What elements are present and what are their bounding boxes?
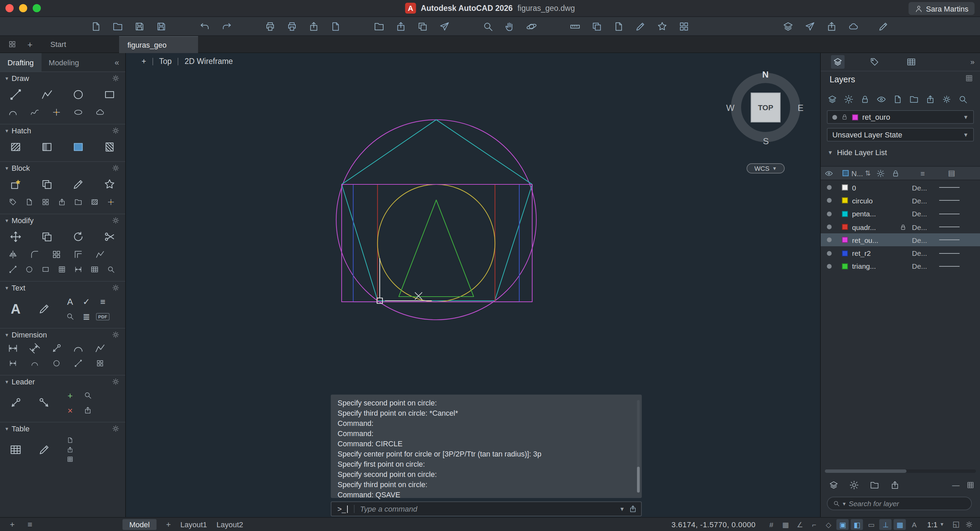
layer-row[interactable]: ret_r2 De... [821,246,980,260]
wcs-dropdown[interactable]: WCS ▼ [746,163,785,173]
scale-tool-icon[interactable] [23,263,35,275]
jogged-dimension-tool-icon[interactable] [72,357,84,369]
align-leader-tool-icon[interactable] [82,389,94,401]
collapse-palette-button[interactable]: « [108,53,125,72]
copy-clip-icon[interactable] [590,19,604,33]
markup-assist-icon[interactable] [877,19,890,33]
visual-style-button[interactable]: 2D Wireframe [179,57,239,65]
square[interactable] [377,184,495,302]
single-text-tool-icon[interactable]: A [64,295,76,307]
hatch-tool-icon[interactable] [7,138,24,156]
plot-icon[interactable] [263,19,277,33]
more-palettes-icon[interactable]: » [970,58,975,66]
isolate-layer-icon[interactable] [924,94,936,105]
current-layer-dropdown[interactable]: ret_ouro ▼ [827,110,974,124]
tab-modeling[interactable]: Modeling [41,53,86,72]
gradient-tool-icon[interactable] [38,138,56,156]
layer-name[interactable]: triang... [852,262,894,270]
layer-states-icon[interactable] [891,94,903,105]
block-export-tool-icon[interactable] [56,196,68,208]
text-columns-tool-icon[interactable]: ≣ [80,310,92,323]
open-layer-manager-icon[interactable] [869,479,881,491]
layer-match-icon[interactable] [957,94,969,105]
pan-icon[interactable] [503,19,517,33]
ortho-toggle-icon[interactable]: ⌐ [808,519,821,530]
recent-commands-icon[interactable]: ▼ [615,506,629,512]
layer-color-swatch[interactable] [842,237,848,243]
grid-toggle-icon[interactable]: # [765,519,778,530]
layer-name[interactable]: ret_r2 [852,249,894,257]
rotate-tool-icon[interactable] [69,228,87,246]
paste-icon[interactable] [612,19,625,33]
pentagon[interactable] [342,120,532,301]
dock-panel-icon[interactable] [965,74,973,82]
gear-icon[interactable] [111,284,120,292]
table-cell-tool-icon[interactable] [64,455,76,463]
polyline-tool-icon[interactable] [38,86,56,103]
offset-tool-icon[interactable] [72,248,84,261]
annotation-visibility-toggle-icon[interactable]: A [908,519,920,530]
new-tab-icon[interactable]: + [24,39,35,50]
dynamic-input-toggle-icon[interactable]: ⊥ [880,519,892,530]
command-scrollbar[interactable] [637,400,640,493]
chevron-down-icon[interactable]: ▾ [5,75,8,81]
compass-south[interactable]: S [763,136,769,146]
tab-overview-icon[interactable] [7,39,18,50]
circle-tool-icon[interactable] [69,86,87,103]
viewport-menu-button[interactable]: + [135,57,152,65]
blocks-palette-tab-icon[interactable] [904,55,918,69]
save-as-icon[interactable] [154,19,168,33]
linetype-preview[interactable] [939,266,959,267]
fillet-tool-icon[interactable] [29,248,41,261]
multileader-tool-icon[interactable] [7,394,24,412]
undo-icon[interactable] [198,19,212,33]
compass-north[interactable]: N [762,69,769,79]
triangle[interactable] [399,200,474,297]
align-tool-icon[interactable] [56,263,68,275]
ordinate-dimension-tool-icon[interactable] [94,342,106,355]
root2-rectangle[interactable] [353,184,519,302]
chevron-down-icon[interactable]: ▼ [842,501,846,506]
viewcube-top-face[interactable]: TOP [751,92,781,122]
table-link-tool-icon[interactable] [64,446,76,454]
blocks-icon[interactable] [655,19,669,33]
freeze-column-icon[interactable] [873,169,888,177]
block-palette-tool-icon[interactable] [101,175,118,193]
line-tool-icon[interactable] [7,86,24,103]
hatch-pattern-tool-icon[interactable] [101,138,118,156]
block-point-tool-icon[interactable] [105,196,117,208]
layer-row[interactable]: triang... De... [821,260,980,273]
aligned-dimension-tool-icon[interactable] [26,340,43,357]
table-tool-icon[interactable] [7,441,24,459]
remove-leader-tool-icon[interactable]: × [64,404,76,417]
linetype-preview[interactable] [939,253,959,253]
snap-toggle-icon[interactable]: ▦ [780,519,792,530]
close-button[interactable] [5,4,14,12]
define-attribute-tool-icon[interactable] [7,196,19,208]
cloud-storage-icon[interactable] [846,19,860,33]
layer-properties-icon[interactable] [781,19,795,33]
layer-color-swatch[interactable] [842,224,848,230]
chevron-down-icon[interactable]: ▾ [5,127,8,134]
layout-grid-icon[interactable] [966,481,975,489]
block-array-tool-icon[interactable] [40,196,52,208]
compass-west[interactable]: W [726,103,735,113]
edit-text-tool-icon[interactable] [35,300,53,318]
drawing-canvas[interactable]: + Top 2D Wireframe N S W E TOP WCS ▼ Spe… [126,53,820,517]
chevron-down-icon[interactable]: ▾ [5,378,8,385]
selection-cycling-toggle-icon[interactable]: ▦ [894,519,906,530]
collect-leader-tool-icon[interactable] [82,404,94,417]
layout1-tab[interactable]: Layout1 [180,520,207,529]
create-block-tool-icon[interactable] [38,175,56,193]
pdf-import-tool-icon[interactable]: PDF [97,310,109,323]
sort-icon[interactable]: ⇅ [865,169,871,177]
inner-circle[interactable] [377,184,495,302]
linetype-preview[interactable] [939,213,959,214]
table-export-tool-icon[interactable] [64,436,76,444]
gear-icon[interactable] [111,424,120,433]
collapse-footer-icon[interactable]: — [952,481,959,489]
gear-icon[interactable] [111,127,120,135]
spell-check-tool-icon[interactable]: ✓ [80,295,92,307]
linetype-preview[interactable] [939,187,959,188]
copy-tool-icon[interactable] [38,228,56,246]
